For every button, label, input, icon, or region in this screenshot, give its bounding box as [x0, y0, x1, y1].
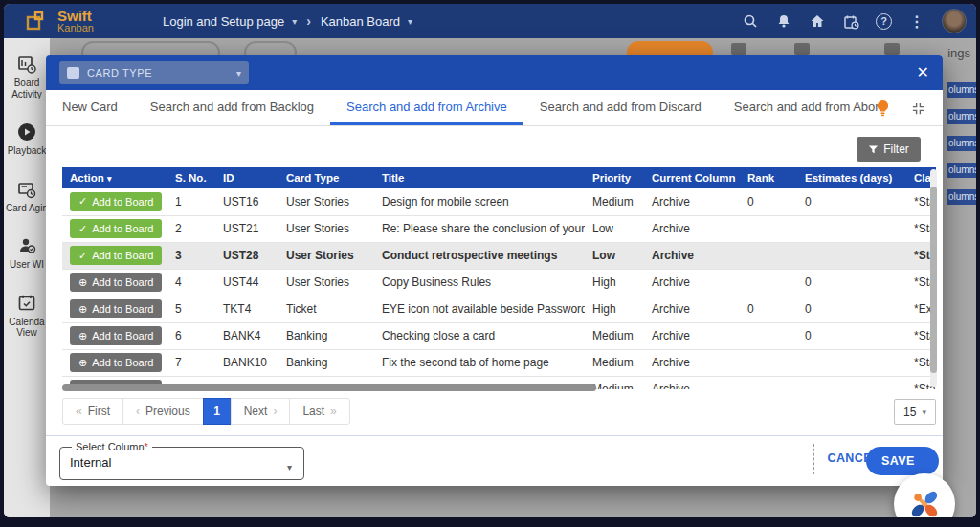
- chevron-down-icon: ▾: [922, 407, 926, 417]
- tab-search-backlog[interactable]: Search and add from Backlog: [134, 90, 330, 125]
- results-table-container: Action ▾ S. No. ID Card Type Title Prior…: [62, 167, 936, 389]
- vertical-scrollbar-thumb[interactable]: [930, 187, 937, 373]
- col-estimates[interactable]: Estimates (days): [797, 167, 906, 188]
- breadcrumb-label-1: Login and Setup page: [163, 14, 284, 29]
- sidebar-item-calendar-view[interactable]: Calenda View: [4, 293, 50, 339]
- col-label: Action: [70, 172, 104, 184]
- sidebar-item-playback[interactable]: Playback: [4, 121, 50, 157]
- tab-label: Search and add from Archive: [346, 99, 507, 114]
- app-window: Swift Kanban Login and Setup page ▾ › Ka…: [4, 4, 976, 517]
- col-current-column[interactable]: Current Column: [644, 167, 740, 188]
- add-to-board-button[interactable]: ✓Add to Board: [70, 219, 162, 238]
- background-sliders-icon-fragment: [794, 43, 810, 55]
- table-row[interactable]: ✓Add to Board 2UST21User StoriesRe: Plea…: [62, 215, 936, 242]
- save-button[interactable]: SAVE: [866, 447, 939, 475]
- plus-circle-icon: ⊕: [78, 303, 87, 316]
- col-sno[interactable]: S. No.: [167, 167, 215, 188]
- help-glyph: ?: [880, 15, 887, 27]
- sidebar-item-label: Board Activity: [4, 77, 50, 99]
- card-type-dropdown[interactable]: CARD TYPE ▾: [59, 61, 249, 84]
- tab-utility-icons: [876, 99, 925, 121]
- left-sidebar: Board Activity Playback Card Agin User W…: [4, 38, 50, 517]
- add-to-board-button[interactable]: ⊕Add to Board: [70, 326, 162, 345]
- col-action[interactable]: Action ▾: [62, 167, 167, 188]
- collapse-icon[interactable]: [911, 101, 925, 120]
- chevron-down-icon: ▾: [287, 462, 292, 472]
- tip-bulb-icon[interactable]: [876, 99, 890, 121]
- footer-divider: [46, 435, 943, 436]
- add-to-board-button[interactable]: ✓Add to Board: [70, 246, 162, 265]
- help-icon[interactable]: ?: [876, 13, 892, 30]
- kebab-menu-icon[interactable]: ⋮: [908, 12, 925, 30]
- horizontal-scrollbar[interactable]: [62, 384, 596, 391]
- tab-search-abort[interactable]: Search and add from Abort: [718, 90, 899, 125]
- results-table: Action ▾ S. No. ID Card Type Title Prior…: [62, 167, 936, 389]
- add-card-modal: CARD TYPE ▾ ✕ New Card Search and add fr…: [46, 55, 943, 486]
- table-row[interactable]: ⊕Add to Board 5TKT4TicketEYE icon not av…: [62, 296, 936, 322]
- background-filter-icon-fragment: [731, 43, 746, 55]
- top-navbar: Swift Kanban Login and Setup page ▾ › Ka…: [4, 4, 976, 38]
- sidebar-item-board-activity[interactable]: Board Activity: [4, 54, 50, 99]
- pagination-last[interactable]: Last»: [289, 398, 349, 425]
- user-avatar[interactable]: [942, 9, 967, 33]
- board-activity-icon: [16, 54, 37, 75]
- tab-label: New Card: [62, 99, 118, 114]
- table-row[interactable]: ⊕Add to Board 6BANK4BankingChecking clos…: [62, 322, 936, 349]
- calendar-view-icon: [16, 293, 37, 314]
- sidebar-item-label: Calenda View: [4, 317, 50, 339]
- tab-search-archive[interactable]: Search and add from Archive: [330, 90, 523, 125]
- home-icon[interactable]: [809, 12, 826, 30]
- col-card-type[interactable]: Card Type: [278, 167, 374, 188]
- filter-funnel-icon: [868, 144, 879, 155]
- tab-new-card[interactable]: New Card: [46, 90, 134, 125]
- tab-label: Search and add from Backlog: [150, 99, 314, 114]
- add-to-board-button[interactable]: ✓Add to Board: [70, 192, 162, 211]
- brand-line1: Swift: [57, 9, 94, 23]
- filter-button[interactable]: Filter: [857, 137, 921, 162]
- pagination-page-1[interactable]: 1: [203, 398, 232, 425]
- footer-dotted-divider: [813, 444, 814, 474]
- add-to-board-button[interactable]: ⊕Add to Board: [70, 273, 162, 292]
- card-type-label: CARD TYPE: [87, 67, 229, 78]
- page-size-select[interactable]: 15 ▾: [894, 399, 936, 425]
- breadcrumb-view-selector[interactable]: Kanban Board ▾: [321, 14, 412, 29]
- close-icon[interactable]: ✕: [917, 62, 929, 83]
- vertical-scrollbar-track[interactable]: [930, 169, 937, 387]
- table-row[interactable]: ⊕Add to Board 7BANK10BankingFix the seco…: [62, 349, 936, 376]
- sidebar-item-user-wip[interactable]: User WI: [4, 235, 50, 271]
- breadcrumb-board-selector[interactable]: Login and Setup page ▾: [163, 14, 297, 29]
- add-to-board-button[interactable]: ⊕Add to Board: [70, 299, 162, 318]
- sort-caret-icon: ▾: [107, 174, 112, 184]
- navbar-icons: ? ⋮: [742, 4, 967, 38]
- background-column-fragment: olumns: [947, 189, 976, 205]
- check-icon: ✓: [78, 195, 87, 208]
- pagination-first[interactable]: «First: [62, 398, 123, 425]
- col-rank[interactable]: Rank: [740, 167, 797, 188]
- pagination-previous[interactable]: ‹Previous: [122, 398, 204, 425]
- select-column-dropdown[interactable]: Select Column* Internal ▾: [59, 441, 304, 480]
- add-to-board-button[interactable]: ⊕Add to Board: [70, 353, 162, 372]
- table-row[interactable]: ✓Add to Board 1UST16User StoriesDesign f…: [62, 188, 936, 215]
- card-aging-icon: [16, 179, 37, 200]
- tab-search-discard[interactable]: Search and add from Discard: [523, 90, 718, 125]
- table-row-selected[interactable]: ✓Add to Board 3UST28User StoriesConduct …: [62, 242, 936, 269]
- pagination-next[interactable]: Next›: [231, 398, 291, 425]
- modal-tabs: New Card Search and add from Backlog Sea…: [46, 90, 943, 126]
- window-frame: Swift Kanban Login and Setup page ▾ › Ka…: [0, 0, 980, 527]
- background-column-fragment: olumns: [947, 163, 976, 178]
- swiftkanban-logo[interactable]: Swift Kanban: [25, 9, 94, 33]
- search-icon[interactable]: [742, 12, 759, 30]
- calendar-icon[interactable]: [842, 12, 859, 30]
- col-id[interactable]: ID: [215, 167, 278, 188]
- double-right-icon: »: [330, 405, 337, 418]
- add-button-label: Add to Board: [92, 196, 153, 208]
- sidebar-item-card-aging[interactable]: Card Agin: [4, 179, 50, 214]
- main-area: ings olumns olumns olumns olumns olumns …: [4, 38, 976, 517]
- bell-icon[interactable]: [775, 12, 792, 30]
- col-priority[interactable]: Priority: [585, 167, 644, 188]
- col-title[interactable]: Title: [374, 167, 585, 188]
- background-column-fragment: olumns: [947, 109, 976, 124]
- table-row[interactable]: ⊕Add to Board 4UST44User StoriesCopy Bus…: [62, 269, 936, 296]
- plus-circle-icon: ⊕: [78, 357, 87, 369]
- background-column-fragment: olumns: [947, 82, 976, 98]
